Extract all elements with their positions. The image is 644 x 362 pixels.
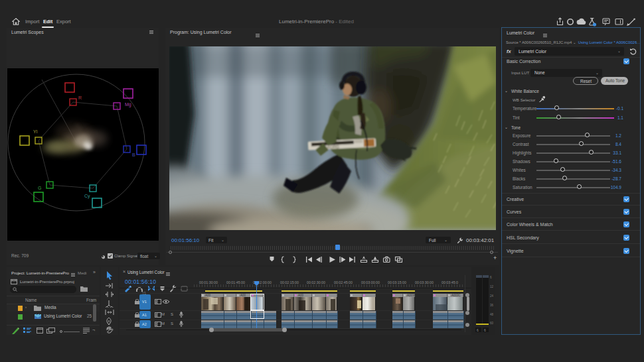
- svg-text:G: G: [38, 186, 41, 190]
- svg-text:Cy: Cy: [84, 194, 90, 199]
- svg-text:Mg: Mg: [125, 102, 131, 107]
- svg-text:B: B: [132, 152, 135, 157]
- svg-text:R: R: [78, 95, 82, 100]
- svg-text:Yl: Yl: [33, 129, 38, 134]
